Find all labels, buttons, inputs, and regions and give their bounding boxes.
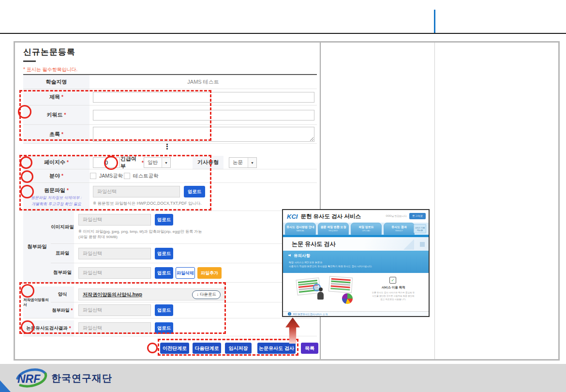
kci-banner-title: 논문 유사도 검사: [292, 237, 336, 251]
info-icon: i: [288, 312, 291, 316]
attach-file-row: 파일선택 업로드 파일삭제 파일추가: [74, 263, 317, 283]
annotation-circle-copyright: [21, 284, 34, 298]
kci-purpose-text: 논문 유사도 검사 서비스는 텍스트 중심의 유사도를 판단한 것으로 사용자의…: [371, 291, 416, 302]
kci-logout-button[interactable]: 로그아웃: [409, 213, 426, 219]
top-blue-divider: [434, 10, 435, 33]
kci-notice-title: 유의사항: [294, 253, 310, 259]
image-file-note-1: ※ 이미지 파일(jpg, jpeg, png, bmp, tif)과 압축파일…: [78, 229, 202, 234]
required-fields-note: * 표시는 필수항목입니다.: [23, 66, 77, 73]
person-illustration: [319, 287, 323, 291]
kci-logo: KCI: [287, 213, 298, 220]
kci-title: 문헌 유사도 검사 서비스: [300, 213, 361, 220]
annotation-dashed-box-buttons: [158, 339, 298, 356]
image-file-note-2: (파일 용량 최대 90MB): [78, 234, 118, 240]
attachment-group: 첨부파일 이미지파일 표파일 첨부파일 파일선택 업로드 ※ 이미지 파일(jp…: [23, 211, 317, 283]
kci-manual-button[interactable]: 서비스 이용 매뉴얼: [414, 224, 426, 233]
article-type-select[interactable]: 논문 ▼: [229, 157, 257, 168]
file-delete-button[interactable]: 파일삭제: [176, 267, 195, 279]
annotation-dashed-box-basic-fields: [19, 90, 211, 141]
journal-value: JAMS 테스트: [89, 75, 317, 89]
table-file-label: 표파일: [51, 244, 74, 263]
top-horizontal-rule: [0, 33, 566, 34]
attachment-group-label: 첨부파일: [23, 211, 51, 283]
attach-file-select[interactable]: 파일선택: [78, 267, 151, 279]
annotation-circle-field: [21, 170, 33, 183]
kci-notice-section: 유의사항 해당 서비스는 KCI 보유 논문과 사용자가 작성한 논문간의 유사…: [283, 251, 429, 273]
title-underline: [23, 60, 36, 62]
kci-tab-upload[interactable]: 파일 업로드 UPLOAD: [351, 223, 382, 235]
kci-purpose-title: 서비스 이용 목적: [372, 286, 414, 290]
pie-chart-illustration: [342, 293, 353, 304]
list-button[interactable]: 목록: [301, 343, 318, 354]
image-file-label: 이미지파일: [51, 211, 74, 244]
person-illustration: [317, 292, 324, 300]
table-file-row: 파일선택 업로드: [74, 244, 317, 263]
banner-triangle-decoration: [403, 239, 414, 250]
kci-footer-link[interactable]: KCI 논문유사도검사서비스 소개: [293, 313, 328, 316]
kci-header: KCI 문헌 유사도 검사 서비스 OOO님 반갑습니다. 로그아웃: [283, 210, 429, 223]
document-stack-illustration: [328, 276, 353, 293]
nrf-logo-mark: NRF: [15, 367, 49, 389]
kci-footer: i KCI 논문유사도검사서비스 소개: [283, 311, 429, 316]
annotation-circle-urgent: [104, 156, 118, 170]
row-journal: 학술지명 JAMS 테스트: [23, 75, 317, 89]
journal-label: 학술지명: [23, 75, 89, 89]
annotation-dashed-box-copyright: [19, 282, 226, 334]
attach-file-label: 첨부파일: [51, 263, 74, 283]
table-column-divider: [434, 43, 435, 359]
annotation-circle-buttons: [147, 343, 158, 353]
kci-tab-request[interactable]: 원문 파일 변환 요청 REQUEST: [318, 223, 349, 235]
kci-tab-bar: 유사도 검사방법 안내 MANUAL 원문 파일 변환 요청 REQUEST 파…: [283, 223, 429, 235]
banner-square-decoration: [420, 242, 425, 247]
file-add-button[interactable]: 파일추가: [197, 267, 222, 279]
corner-decoration: [0, 380, 11, 392]
chevron-down-icon: ▼: [248, 158, 256, 167]
annotation-circle-manuscript: [20, 185, 34, 198]
image-file-select[interactable]: 파일선택: [78, 214, 151, 226]
collapsed-rows-ellipsis: ⋮: [164, 142, 171, 151]
kci-tab-manual[interactable]: 유사도 검사방법 안내 MANUAL: [285, 223, 316, 235]
kci-notice-line1: 해당 서비스는 KCI 보유 논문과: [289, 261, 322, 264]
table-file-select[interactable]: 파일선택: [78, 248, 151, 259]
page-title: 신규논문등록: [23, 46, 75, 58]
annotation-circle-pages: [20, 156, 32, 169]
image-file-row: 파일선택 업로드 ※ 이미지 파일(jpg, jpeg, png, bmp, t…: [74, 211, 317, 244]
table-upload-button[interactable]: 업로드: [155, 248, 173, 259]
attach-upload-button[interactable]: 업로드: [155, 267, 173, 279]
clipboard-check-icon: ✓: [389, 277, 396, 284]
kci-banner: 논문 유사도 검사: [283, 237, 429, 251]
kci-greeting: OOO님 반갑습니다.: [386, 214, 407, 217]
image-upload-button[interactable]: 업로드: [155, 214, 173, 226]
annotation-circle-keyword: [18, 105, 31, 119]
page: 신규논문등록 * 표시는 필수항목입니다. 학술지명 JAMS 테스트 제목* …: [0, 0, 566, 392]
org-name: 한국연구재단: [51, 372, 112, 385]
kci-tab-result[interactable]: 유사도 결과 RESULT: [384, 223, 415, 235]
annotation-circle-similarity: [21, 320, 34, 334]
kci-notice-line2: 사용자가 작성한 논문간의 유사성을 확인하기 위한 유사도 검사 서비스입니다…: [289, 265, 372, 268]
nrf-logo: NRF 한국연구재단: [15, 367, 112, 389]
kci-content: ✓ 서비스 이용 목적 논문 유사도 검사 서비스는 텍스트 중심의 유사도를 …: [283, 273, 429, 311]
kci-popup: KCI 문헌 유사도 검사 서비스 OOO님 반갑습니다. 로그아웃 유사도 검…: [282, 209, 430, 317]
nrf-logo-text: NRF: [17, 373, 41, 385]
speaker-icon: [288, 254, 291, 256]
